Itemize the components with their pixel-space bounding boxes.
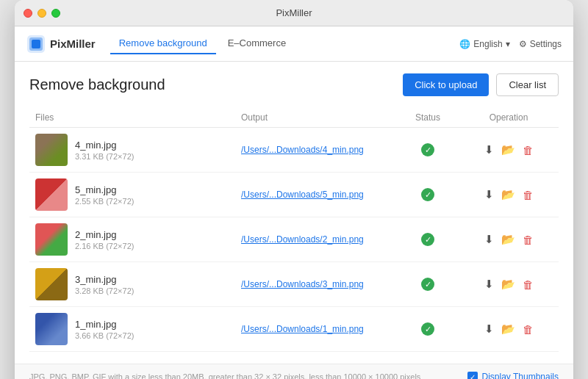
nav-tabs: Remove background E–Commerce bbox=[110, 33, 460, 54]
status-ok-icon: ✓ bbox=[421, 143, 434, 156]
file-size: 3.66 KB (72×72) bbox=[75, 331, 134, 340]
window-title: PixMiller bbox=[276, 7, 312, 18]
upload-button[interactable]: Click to upload bbox=[403, 73, 489, 96]
status-cell: ✓ bbox=[391, 233, 465, 246]
logo: PixMiller bbox=[26, 35, 96, 54]
status-ok-icon: ✓ bbox=[421, 233, 434, 246]
status-cell: ✓ bbox=[391, 188, 465, 201]
status-cell: ✓ bbox=[391, 278, 465, 291]
output-path[interactable]: /Users/...Downloads/1_min.png bbox=[241, 324, 391, 334]
output-path[interactable]: /Users/...Downloads/3_min.png bbox=[241, 279, 391, 289]
download-icon[interactable]: ⬇ bbox=[484, 188, 494, 201]
display-thumbnails-toggle[interactable]: ✓ Display Thumbnails bbox=[467, 372, 559, 379]
file-thumbnail bbox=[35, 268, 68, 300]
delete-icon[interactable]: 🗑 bbox=[523, 189, 534, 201]
folder-icon[interactable]: 📂 bbox=[501, 278, 515, 291]
header-buttons: Click to upload Clear list bbox=[403, 73, 559, 96]
download-icon[interactable]: ⬇ bbox=[484, 233, 494, 246]
operations: ⬇ 📂 🗑 bbox=[465, 322, 553, 336]
tab-remove-background[interactable]: Remove background bbox=[110, 33, 216, 54]
download-icon[interactable]: ⬇ bbox=[484, 278, 494, 291]
file-name: 3_min.jpg bbox=[75, 274, 134, 285]
checkbox-checked-icon: ✓ bbox=[467, 372, 478, 379]
nav-bar: PixMiller Remove background E–Commerce 🌐… bbox=[15, 26, 573, 62]
folder-icon[interactable]: 📂 bbox=[501, 143, 515, 156]
table-row: 2_min.jpg 2.16 KB (72×72) /Users/...Down… bbox=[29, 217, 559, 262]
language-label: English bbox=[473, 39, 502, 49]
file-details: 1_min.jpg 3.66 KB (72×72) bbox=[75, 319, 134, 340]
file-details: 4_min.jpg 3.31 KB (72×72) bbox=[75, 140, 134, 161]
file-thumbnail bbox=[35, 313, 68, 345]
delete-icon[interactable]: 🗑 bbox=[523, 323, 534, 336]
file-size: 3.31 KB (72×72) bbox=[75, 152, 134, 161]
logo-icon bbox=[26, 35, 46, 54]
maximize-button[interactable] bbox=[51, 9, 60, 18]
folder-icon[interactable]: 📂 bbox=[501, 322, 515, 336]
file-name: 2_min.jpg bbox=[75, 229, 134, 240]
file-name: 5_min.jpg bbox=[75, 184, 134, 195]
file-name: 4_min.jpg bbox=[75, 140, 134, 151]
page-title: Remove background bbox=[29, 76, 165, 93]
delete-icon[interactable]: 🗑 bbox=[523, 144, 534, 156]
table-row: 5_min.jpg 2.55 KB (72×72) /Users/...Down… bbox=[29, 173, 559, 217]
globe-icon: 🌐 bbox=[459, 39, 470, 49]
operations: ⬇ 📂 🗑 bbox=[465, 188, 553, 201]
language-selector[interactable]: 🌐 English ▾ bbox=[459, 39, 509, 49]
file-thumbnail bbox=[35, 223, 68, 256]
file-thumbnail bbox=[35, 134, 68, 166]
chevron-down-icon: ▾ bbox=[506, 39, 510, 49]
file-size: 3.28 KB (72×72) bbox=[75, 286, 134, 295]
gear-icon: ⚙ bbox=[519, 39, 527, 49]
tab-ecommerce[interactable]: E–Commerce bbox=[219, 33, 295, 54]
status-cell: ✓ bbox=[391, 322, 465, 336]
file-info: 2_min.jpg 2.16 KB (72×72) bbox=[35, 223, 241, 256]
folder-icon[interactable]: 📂 bbox=[501, 233, 515, 246]
table-row: 3_min.jpg 3.28 KB (72×72) /Users/...Down… bbox=[29, 262, 559, 307]
col-status: Status bbox=[391, 112, 465, 123]
main-content: Remove background Click to upload Clear … bbox=[15, 62, 573, 364]
file-details: 5_min.jpg 2.55 KB (72×72) bbox=[75, 184, 134, 206]
table-row: 4_min.jpg 3.31 KB (72×72) /Users/...Down… bbox=[29, 128, 559, 173]
file-details: 2_min.jpg 2.16 KB (72×72) bbox=[75, 229, 134, 250]
footer: JPG, PNG, BMP, GIF with a size less than… bbox=[15, 364, 573, 379]
file-info: 4_min.jpg 3.31 KB (72×72) bbox=[35, 134, 241, 166]
output-path[interactable]: /Users/...Downloads/2_min.png bbox=[241, 234, 391, 245]
title-bar: PixMiller bbox=[15, 0, 573, 26]
status-ok-icon: ✓ bbox=[421, 188, 434, 201]
logo-text: PixMiller bbox=[50, 37, 96, 50]
minimize-button[interactable] bbox=[37, 9, 46, 18]
file-info: 5_min.jpg 2.55 KB (72×72) bbox=[35, 178, 241, 211]
output-path[interactable]: /Users/...Downloads/5_min.png bbox=[241, 190, 391, 200]
folder-icon[interactable]: 📂 bbox=[501, 188, 515, 201]
output-path[interactable]: /Users/...Downloads/4_min.png bbox=[241, 145, 391, 155]
file-info: 1_min.jpg 3.66 KB (72×72) bbox=[35, 313, 241, 345]
delete-icon[interactable]: 🗑 bbox=[523, 234, 534, 246]
app-window: PixMiller PixMiller Remove background E–… bbox=[15, 0, 573, 379]
status-ok-icon: ✓ bbox=[421, 278, 434, 291]
nav-right: 🌐 English ▾ ⚙ Settings bbox=[459, 39, 562, 49]
file-thumbnail bbox=[35, 178, 68, 211]
file-info: 3_min.jpg 3.28 KB (72×72) bbox=[35, 268, 241, 300]
col-operation: Operation bbox=[465, 112, 553, 123]
operations: ⬇ 📂 🗑 bbox=[465, 143, 553, 156]
operations: ⬇ 📂 🗑 bbox=[465, 233, 553, 246]
footer-hint: JPG, PNG, BMP, GIF with a size less than… bbox=[29, 372, 420, 379]
file-size: 2.55 KB (72×72) bbox=[75, 197, 134, 206]
delete-icon[interactable]: 🗑 bbox=[523, 278, 534, 291]
display-thumbnails-label: Display Thumbnails bbox=[482, 372, 559, 379]
traffic-lights bbox=[24, 9, 60, 18]
col-output: Output bbox=[241, 112, 391, 123]
settings-button[interactable]: ⚙ Settings bbox=[519, 39, 562, 49]
file-name: 1_min.jpg bbox=[75, 319, 134, 330]
download-icon[interactable]: ⬇ bbox=[484, 322, 494, 336]
status-ok-icon: ✓ bbox=[421, 322, 434, 336]
download-icon[interactable]: ⬇ bbox=[484, 143, 494, 156]
clear-list-button[interactable]: Clear list bbox=[496, 73, 559, 96]
close-button[interactable] bbox=[24, 9, 32, 18]
settings-label: Settings bbox=[530, 39, 562, 49]
file-details: 3_min.jpg 3.28 KB (72×72) bbox=[75, 274, 134, 295]
status-cell: ✓ bbox=[391, 143, 465, 156]
table-header: Files Output Status Operation bbox=[29, 108, 559, 128]
col-files: Files bbox=[35, 112, 241, 123]
file-size: 2.16 KB (72×72) bbox=[75, 242, 134, 250]
